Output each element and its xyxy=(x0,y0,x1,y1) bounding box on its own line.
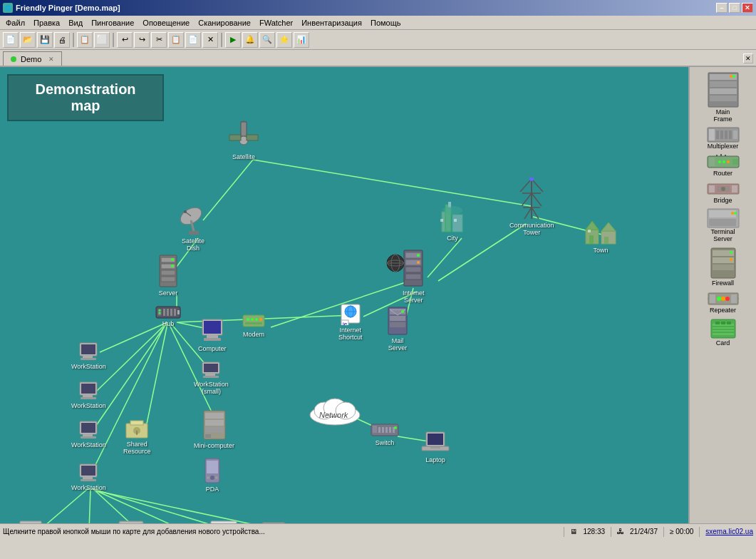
menu-file[interactable]: Файл xyxy=(1,16,29,29)
delete-button[interactable]: ✕ xyxy=(202,32,218,48)
node-ws-small[interactable]: WorkStation(small) xyxy=(194,361,229,395)
sidebar-item-termserver[interactable]: TerminalServer xyxy=(691,207,755,244)
star-button[interactable]: ⭐ xyxy=(276,32,292,48)
save-button[interactable]: 💾 xyxy=(37,32,53,48)
open-button[interactable]: 📂 xyxy=(20,32,36,48)
menu-inventory[interactable]: Инвентаризация xyxy=(297,16,366,29)
node-city[interactable]: City xyxy=(438,199,467,242)
node-mail-server[interactable]: MailServer xyxy=(387,306,408,352)
node-scanner[interactable]: Scanner xyxy=(208,520,239,523)
node-laptop[interactable]: Laptop xyxy=(420,431,450,463)
fax-icon xyxy=(118,520,145,523)
svg-rect-34 xyxy=(189,231,199,235)
node-server[interactable]: Server xyxy=(158,254,178,297)
node-modem[interactable]: Modem xyxy=(242,312,265,338)
cut-button[interactable]: ✂ xyxy=(151,32,167,48)
svg-rect-128 xyxy=(81,466,95,476)
svg-line-45 xyxy=(532,207,539,219)
svg-point-242 xyxy=(725,297,730,301)
node-shared[interactable]: SharedResource xyxy=(123,415,151,455)
svg-rect-207 xyxy=(720,130,723,139)
svg-rect-126 xyxy=(81,436,96,439)
svg-rect-118 xyxy=(81,358,96,360)
node-folder[interactable]: Folder xyxy=(165,520,192,523)
map-close-button[interactable]: ✕ xyxy=(743,53,753,63)
sidebar-item-bridge[interactable]: Bridge xyxy=(691,180,755,205)
sidebar-item-router[interactable]: Router xyxy=(691,153,755,178)
properties-button[interactable]: 📋 xyxy=(77,32,93,48)
svg-rect-184 xyxy=(211,521,237,523)
svg-point-241 xyxy=(721,297,725,301)
menu-help[interactable]: Помощь xyxy=(366,16,405,29)
node-plotter[interactable]: Plotter xyxy=(66,520,98,523)
menu-scan[interactable]: Сканирование xyxy=(194,16,255,29)
town-icon xyxy=(584,215,617,245)
svg-line-7 xyxy=(96,324,166,391)
node-hub[interactable]: Hub xyxy=(155,306,181,327)
node-network[interactable]: Network xyxy=(306,395,363,427)
node-ws3[interactable]: WorkStation xyxy=(71,420,106,448)
telephone-icon xyxy=(260,520,287,523)
sidebar-item-firewall[interactable]: Firewall xyxy=(691,245,755,288)
node-comm-tower[interactable]: CommunicationTower xyxy=(509,178,554,236)
new-button[interactable]: 📄 xyxy=(3,32,19,48)
shared-icon xyxy=(125,415,149,439)
node-town[interactable]: Town xyxy=(584,215,617,254)
undo-button[interactable]: ↩ xyxy=(117,32,133,48)
start-button[interactable]: ▶ xyxy=(225,32,241,48)
sidebar-item-mainframe[interactable]: MainFrame xyxy=(691,70,755,124)
menu-alert[interactable]: Оповещение xyxy=(138,16,194,29)
map-canvas[interactable]: Demonstration map Satellite xyxy=(0,67,756,523)
menu-ping[interactable]: Пингование xyxy=(87,16,138,29)
menu-fwatcher[interactable]: FWatcher xyxy=(255,16,297,29)
svg-rect-102 xyxy=(204,321,221,334)
node-mini[interactable]: Mini-computer xyxy=(194,409,234,449)
menu-edit[interactable]: Правка xyxy=(29,16,64,29)
svg-rect-209 xyxy=(729,130,732,139)
svg-point-108 xyxy=(255,318,258,321)
close-button[interactable]: ✕ xyxy=(742,3,753,13)
svg-rect-151 xyxy=(373,426,377,433)
svg-point-157 xyxy=(394,426,397,429)
print-button[interactable]: 🖨 xyxy=(54,32,70,48)
svg-point-235 xyxy=(730,251,732,254)
node-satellite-dish[interactable]: SatelliteDish xyxy=(178,206,208,252)
node-ws4[interactable]: WorkStation xyxy=(71,463,106,491)
ws1-label: WorkStation xyxy=(71,363,106,370)
sep1 xyxy=(73,33,74,47)
node-ws1[interactable]: WorkStation xyxy=(71,342,106,370)
menu-view[interactable]: Вид xyxy=(64,16,87,29)
node-ws2[interactable]: WorkStation xyxy=(71,381,106,409)
ws1-icon xyxy=(78,342,98,361)
node-satellite[interactable]: Satellite xyxy=(228,120,259,160)
search-button[interactable]: 🔍 xyxy=(259,32,275,48)
paste-button[interactable]: 📄 xyxy=(185,32,201,48)
demo-tab[interactable]: Demo ✕ xyxy=(3,51,62,66)
redo-button[interactable]: ↪ xyxy=(134,32,150,48)
sidebar-item-repeater[interactable]: Repeater xyxy=(691,289,755,315)
svg-marker-56 xyxy=(586,221,599,230)
node-computer[interactable]: Computer xyxy=(198,318,227,352)
node-pda[interactable]: PDA xyxy=(204,457,221,493)
svg-rect-129 xyxy=(83,477,93,479)
chart-button[interactable]: 📊 xyxy=(294,32,309,48)
node-telephone[interactable]: Telephone xyxy=(259,520,289,523)
node-printer[interactable]: Printer xyxy=(14,520,47,523)
copy-button[interactable]: 📋 xyxy=(168,32,184,48)
tab-close-button[interactable]: ✕ xyxy=(48,56,54,63)
svg-point-240 xyxy=(717,297,721,301)
maximize-button[interactable]: □ xyxy=(729,3,740,13)
sidebar-item-mux[interactable]: Multiplexer xyxy=(691,125,755,151)
mailserver-icon xyxy=(387,306,408,336)
bell-button[interactable]: 🔔 xyxy=(242,32,258,48)
node-internet-ball[interactable] xyxy=(385,252,406,274)
status-icon2: 🖧 xyxy=(617,528,624,535)
minimize-button[interactable]: – xyxy=(716,3,727,13)
sidebar-item-card[interactable]: Card xyxy=(691,317,755,348)
toolbar-btn3[interactable]: ⬜ xyxy=(94,32,110,48)
node-switch[interactable]: Switch xyxy=(371,422,399,446)
printer-icon xyxy=(14,520,47,523)
node-fax[interactable]: Fax xyxy=(118,520,145,523)
node-internet-shortcut[interactable]: ie InternetShortcut xyxy=(338,302,363,341)
svg-line-10 xyxy=(146,324,167,427)
